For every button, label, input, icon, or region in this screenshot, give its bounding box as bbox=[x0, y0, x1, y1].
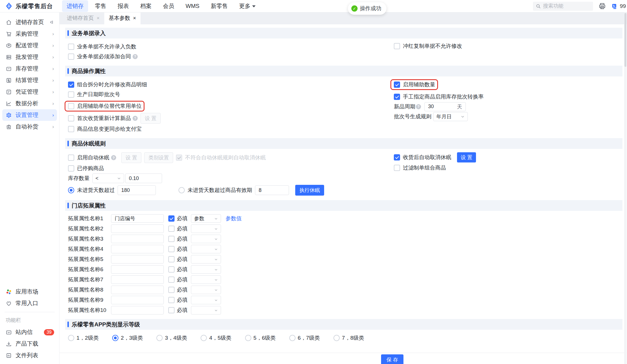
sidebar-item-settings[interactable]: 设置管理› bbox=[2, 109, 57, 121]
new-cycle-input[interactable] bbox=[428, 104, 455, 110]
tab-basic-params[interactable]: 基本参数 × bbox=[104, 12, 141, 24]
vertical-scrollbar[interactable] bbox=[624, 12, 627, 364]
app-level-option-1[interactable]: 1，2级类 bbox=[68, 334, 99, 342]
sidebar-item-replenish[interactable]: 自动补货› bbox=[2, 121, 57, 132]
printer-icon[interactable] bbox=[599, 3, 606, 10]
attr-type-select[interactable] bbox=[191, 275, 221, 284]
attr-name-input[interactable] bbox=[115, 287, 160, 293]
attr-name-input[interactable] bbox=[115, 216, 160, 222]
nav-item-3[interactable]: 报表 bbox=[113, 0, 133, 12]
category-set-button-disabled[interactable]: 类别设置 bbox=[144, 152, 173, 163]
scrollbar-thumb[interactable] bbox=[624, 13, 626, 67]
stock-qty-input[interactable] bbox=[129, 175, 158, 181]
help-icon[interactable]: ? bbox=[111, 155, 116, 160]
attr-type-select[interactable] bbox=[191, 265, 221, 274]
help-icon[interactable]: ? bbox=[133, 54, 138, 59]
attr-type-select[interactable] bbox=[191, 306, 221, 314]
checkbox-auto-cancel-dormancy-disabled[interactable] bbox=[176, 155, 182, 161]
radio-days-no-purchase[interactable] bbox=[68, 187, 74, 193]
checkbox-aux-unit-replace[interactable] bbox=[68, 103, 74, 109]
checkbox-no-edit-reversal-copy[interactable] bbox=[394, 43, 400, 49]
function-search[interactable] bbox=[533, 2, 593, 11]
checkbox-first-receipt-new[interactable] bbox=[68, 115, 74, 121]
receipt-set-button[interactable]: 设 置 bbox=[457, 152, 476, 162]
stock-operator-select[interactable]: < bbox=[92, 174, 124, 183]
sidebar-item-purchase[interactable]: 采购管理› bbox=[2, 28, 57, 40]
close-icon[interactable]: × bbox=[97, 15, 100, 21]
required-checkbox[interactable] bbox=[168, 307, 175, 313]
attr-type-select[interactable] bbox=[191, 286, 221, 294]
sidebar-item-inventory[interactable]: 库存管理› bbox=[2, 63, 57, 74]
collapse-sidebar-icon[interactable] bbox=[49, 20, 54, 25]
radio-button[interactable] bbox=[201, 335, 207, 341]
attr-name-input[interactable] bbox=[115, 297, 160, 303]
sidebar-item-inbox[interactable]: 站内信 39 bbox=[2, 326, 57, 338]
radio-button[interactable] bbox=[245, 335, 251, 341]
close-icon[interactable]: × bbox=[133, 15, 136, 21]
sidebar-item-app-market[interactable]: 应用市场 bbox=[2, 286, 57, 297]
attr-name-input[interactable] bbox=[115, 277, 160, 283]
app-level-option-2[interactable]: 2，3级类 bbox=[112, 334, 143, 342]
attr-name-input[interactable] bbox=[115, 246, 160, 252]
app-level-option-3[interactable]: 3，4级类 bbox=[156, 334, 187, 342]
attr-name-input[interactable] bbox=[115, 226, 160, 232]
sidebar-item-settlement[interactable]: 结算管理› bbox=[2, 74, 57, 86]
checkbox-aux-quantity[interactable] bbox=[394, 82, 400, 88]
checkbox-auto-dormancy[interactable] bbox=[68, 155, 74, 161]
checkbox-manual-batch-rate[interactable] bbox=[394, 94, 400, 100]
message-center[interactable]: 99 bbox=[611, 3, 626, 10]
attr-name-input[interactable] bbox=[115, 236, 160, 242]
help-icon[interactable]: ? bbox=[133, 116, 138, 121]
nav-item-1[interactable]: 进销存 bbox=[62, 0, 88, 12]
nav-item-7[interactable]: 新零售 bbox=[206, 0, 232, 12]
checkbox-cancel-dormancy-on-receipt[interactable] bbox=[394, 154, 400, 160]
attr-type-select[interactable]: 参数 bbox=[191, 214, 221, 223]
sidebar-item-wholesale[interactable]: 批发管理› bbox=[2, 51, 57, 63]
required-checkbox[interactable] bbox=[168, 215, 175, 222]
nav-item-5[interactable]: 会员 bbox=[158, 0, 179, 12]
checkbox-filter-combo[interactable] bbox=[394, 165, 400, 171]
app-level-option-7[interactable]: 7，8级类 bbox=[333, 334, 364, 342]
attr-name-input[interactable] bbox=[115, 256, 160, 262]
required-checkbox[interactable] bbox=[168, 297, 175, 303]
help-icon[interactable]: ? bbox=[416, 104, 421, 109]
required-checkbox[interactable] bbox=[168, 236, 175, 242]
required-checkbox[interactable] bbox=[168, 256, 175, 262]
attr-type-select[interactable] bbox=[191, 235, 221, 243]
radio-days-expiry[interactable] bbox=[178, 187, 185, 193]
param-value-link[interactable]: 参数值 bbox=[226, 215, 242, 222]
tab-home[interactable]: 进销存首页 × bbox=[62, 12, 104, 24]
nav-item-8[interactable]: 更多 bbox=[235, 0, 260, 12]
app-level-option-4[interactable]: 4，5级类 bbox=[201, 334, 231, 342]
attr-name-input[interactable] bbox=[115, 267, 160, 273]
nav-item-2[interactable]: 零售 bbox=[90, 0, 111, 12]
sidebar-item-voucher[interactable]: 凭证管理› bbox=[2, 86, 57, 98]
expiry-input[interactable] bbox=[259, 187, 285, 193]
checkbox-sync-alipay[interactable] bbox=[68, 126, 74, 132]
checkbox-stopped-purchase[interactable] bbox=[68, 165, 74, 172]
radio-button[interactable] bbox=[68, 335, 74, 341]
execute-dormancy-button[interactable]: 执行休眠 bbox=[295, 185, 324, 196]
attr-type-select[interactable] bbox=[191, 224, 221, 233]
app-level-option-5[interactable]: 5，6级类 bbox=[245, 334, 276, 342]
sidebar-item-analytics[interactable]: 数据分析› bbox=[2, 98, 57, 109]
sidebar-item-files[interactable]: 文件列表 bbox=[2, 350, 57, 361]
checkbox-production-date-batch[interactable] bbox=[68, 91, 74, 98]
app-level-option-6[interactable]: 6，7级类 bbox=[289, 334, 320, 342]
attr-type-select[interactable] bbox=[191, 296, 221, 304]
nav-item-4[interactable]: 档案 bbox=[136, 0, 156, 12]
checkbox-contract-required[interactable] bbox=[68, 53, 74, 60]
nav-item-6[interactable]: WMS bbox=[181, 1, 204, 11]
batch-rule-select[interactable]: 年月日 bbox=[433, 112, 468, 121]
radio-button[interactable] bbox=[112, 335, 118, 341]
checkbox-combo-split-edit[interactable] bbox=[68, 82, 74, 88]
attr-type-select[interactable] bbox=[191, 255, 221, 264]
radio-button[interactable] bbox=[333, 335, 340, 341]
attr-type-select[interactable] bbox=[191, 245, 221, 253]
sidebar-item-home[interactable]: 进销存首页 bbox=[2, 16, 57, 28]
required-checkbox[interactable] bbox=[168, 277, 175, 283]
radio-button[interactable] bbox=[289, 335, 296, 341]
set-button-disabled[interactable]: 设 置 bbox=[141, 113, 161, 124]
required-checkbox[interactable] bbox=[168, 246, 175, 252]
attr-name-input[interactable] bbox=[115, 307, 160, 313]
